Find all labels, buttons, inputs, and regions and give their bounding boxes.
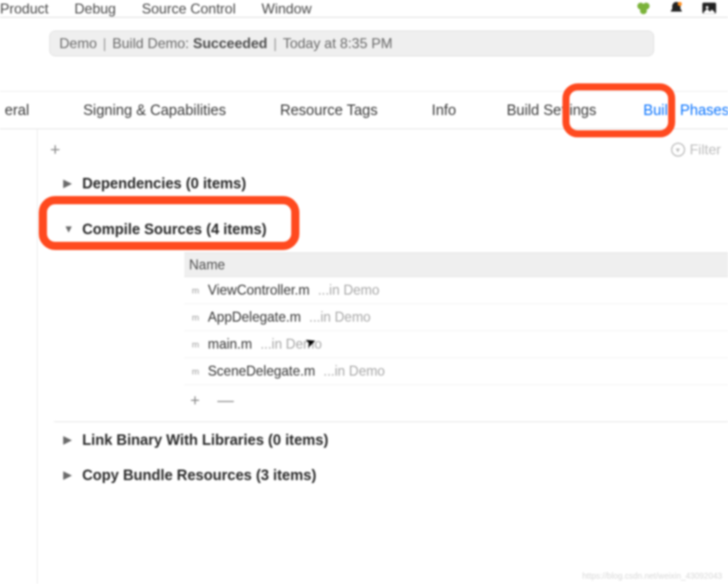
file-name: main.m bbox=[208, 336, 252, 352]
toolbar-spacer bbox=[0, 56, 728, 92]
menubar: Product Debug Source Control Window bbox=[0, 0, 728, 18]
file-name: ViewController.m bbox=[208, 282, 309, 298]
add-phase-button[interactable]: + bbox=[45, 140, 66, 160]
remove-file-button[interactable]: — bbox=[217, 391, 234, 410]
menu-debug[interactable]: Debug bbox=[75, 1, 116, 17]
status-row: Demo | Build Demo: Succeeded | Today at … bbox=[0, 18, 728, 56]
separator: | bbox=[103, 35, 106, 52]
menu-product[interactable]: Product bbox=[0, 1, 49, 17]
tab-resource-tags[interactable]: Resource Tags bbox=[272, 102, 386, 119]
editor-body: + ▾ Filter ▶ Dependencies (0 items) ▼ Co… bbox=[0, 129, 728, 584]
tab-info[interactable]: Info bbox=[423, 102, 464, 119]
content-area: + ▾ Filter ▶ Dependencies (0 items) ▼ Co… bbox=[38, 129, 728, 584]
menu-window[interactable]: Window bbox=[262, 1, 312, 17]
bell-icon[interactable] bbox=[668, 1, 685, 17]
file-name: SceneDelegate.m bbox=[208, 363, 315, 379]
m-file-icon: m bbox=[189, 284, 202, 297]
status-project: Demo bbox=[59, 35, 97, 52]
table-row[interactable]: m ViewController.m ...in Demo bbox=[184, 277, 728, 304]
status-when: Today at 8:35 PM bbox=[283, 35, 393, 52]
table-row-actions: + — bbox=[184, 385, 728, 421]
svg-point-5 bbox=[706, 6, 709, 9]
filter-box[interactable]: ▾ Filter bbox=[671, 141, 721, 158]
status-result: Succeeded bbox=[193, 35, 268, 52]
phase-compile-sources[interactable]: ▼ Compile Sources (4 items) bbox=[38, 211, 728, 247]
add-file-button[interactable]: + bbox=[190, 391, 200, 410]
table-header: Name bbox=[184, 252, 728, 277]
m-file-icon: m bbox=[189, 311, 202, 324]
left-gutter bbox=[0, 129, 38, 584]
filter-placeholder: Filter bbox=[690, 141, 721, 158]
phase-compile-sources-label: Compile Sources (4 items) bbox=[82, 221, 267, 238]
chevron-down-icon: ▼ bbox=[63, 223, 74, 235]
table-row[interactable]: m main.m ...in Demo bbox=[184, 331, 728, 358]
phase-link-binary[interactable]: ▶ Link Binary With Libraries (0 items) bbox=[38, 422, 728, 457]
tab-build-phases[interactable]: Build Phases bbox=[635, 102, 728, 119]
file-location: ...in Demo bbox=[323, 363, 385, 379]
chevron-right-icon: ▶ bbox=[63, 433, 74, 446]
status-capsule[interactable]: Demo | Build Demo: Succeeded | Today at … bbox=[49, 31, 654, 56]
compile-sources-table: Name m ViewController.m ...in Demo m App… bbox=[184, 252, 728, 421]
svg-point-2 bbox=[640, 7, 647, 14]
phase-link-binary-label: Link Binary With Libraries (0 items) bbox=[82, 431, 328, 448]
table-row[interactable]: m SceneDelegate.m ...in Demo bbox=[184, 358, 728, 385]
chevron-right-icon: ▶ bbox=[63, 177, 74, 190]
phase-dependencies-label: Dependencies (0 items) bbox=[82, 175, 246, 192]
separator: | bbox=[273, 35, 277, 52]
picture-icon[interactable] bbox=[701, 1, 717, 17]
tab-general[interactable]: eral bbox=[0, 102, 38, 119]
file-location: ...in Demo bbox=[318, 282, 379, 298]
phase-copy-bundle[interactable]: ▶ Copy Bundle Resources (3 items) bbox=[38, 457, 728, 492]
svg-point-3 bbox=[678, 2, 682, 6]
editor-tabs: eral Signing & Capabilities Resource Tag… bbox=[0, 92, 728, 129]
tab-build-settings[interactable]: Build Settings bbox=[498, 102, 605, 119]
chevron-right-icon: ▶ bbox=[63, 468, 74, 481]
phase-toolbar: + ▾ Filter bbox=[38, 134, 728, 166]
menubar-right bbox=[635, 1, 728, 17]
filter-icon: ▾ bbox=[671, 143, 685, 157]
phase-copy-bundle-label: Copy Bundle Resources (3 items) bbox=[82, 467, 316, 484]
clover-icon[interactable] bbox=[635, 1, 652, 17]
table-row[interactable]: m AppDelegate.m ...in Demo bbox=[184, 304, 728, 331]
menu-source-control[interactable]: Source Control bbox=[141, 1, 235, 17]
m-file-icon: m bbox=[189, 365, 202, 378]
column-name: Name bbox=[189, 257, 225, 273]
m-file-icon: m bbox=[189, 338, 202, 351]
watermark: https://blog.csdn.net/weixin_43092043 bbox=[582, 571, 722, 580]
tab-signing-capabilities[interactable]: Signing & Capabilities bbox=[75, 102, 234, 119]
file-location: ...in Demo bbox=[309, 309, 371, 325]
phase-dependencies[interactable]: ▶ Dependencies (0 items) bbox=[38, 166, 728, 201]
file-name: AppDelegate.m bbox=[208, 309, 301, 325]
status-build-label: Build Demo: bbox=[112, 35, 189, 52]
